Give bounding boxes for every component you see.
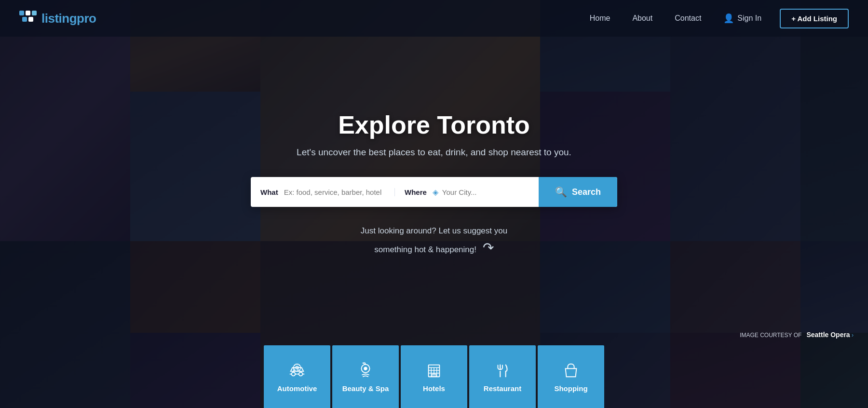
logo-text: listingpro — [41, 11, 96, 26]
where-label: Where — [405, 188, 427, 196]
suggestion-arrow-icon: ↷ — [483, 237, 494, 259]
category-bar: Automotive Beauty & Spa — [264, 345, 604, 408]
search-button[interactable]: 🔍 Search — [539, 177, 617, 207]
search-icon: 🔍 — [555, 186, 567, 198]
add-listing-button[interactable]: + Add Listing — [780, 9, 849, 28]
svg-rect-4 — [28, 17, 33, 22]
svg-point-5 — [292, 372, 296, 376]
nav-home[interactable]: Home — [581, 10, 619, 27]
nav-about[interactable]: About — [624, 10, 661, 27]
hotels-icon — [425, 361, 443, 380]
category-restaurant[interactable]: Restaurant — [469, 345, 536, 408]
hero-title: Explore Toronto — [338, 110, 530, 139]
logo-svg — [19, 11, 37, 26]
restaurant-label: Restaurant — [484, 384, 521, 393]
svg-rect-1 — [26, 11, 30, 15]
sign-in-button[interactable]: 👤 Sign In — [715, 9, 770, 27]
image-courtesy: IMAGE COURTESY OF Seattle Opera › — [740, 331, 854, 339]
svg-point-6 — [299, 372, 303, 376]
logo[interactable]: listingpro — [19, 11, 96, 26]
svg-point-10 — [364, 367, 367, 370]
navbar: listingpro Home About Contact 👤 Sign In … — [0, 0, 868, 37]
restaurant-icon — [493, 361, 512, 380]
search-where-section: Where ◈ — [395, 188, 539, 197]
svg-rect-3 — [22, 17, 27, 22]
shopping-icon — [562, 361, 580, 380]
where-input[interactable] — [442, 188, 529, 196]
suggestion-text: Just looking around? Let us suggest you … — [361, 224, 507, 259]
nav-links: Home About Contact 👤 Sign In + Add Listi… — [581, 9, 849, 28]
beauty-icon — [356, 361, 375, 380]
svg-rect-2 — [32, 11, 37, 15]
search-what-section: What — [251, 188, 395, 196]
automotive-label: Automotive — [277, 384, 317, 393]
logo-icon — [19, 11, 37, 26]
image-courtesy-prefix: IMAGE COURTESY OF — [740, 332, 801, 339]
shopping-label: Shopping — [554, 384, 587, 393]
location-icon: ◈ — [433, 188, 438, 197]
category-hotels[interactable]: Hotels — [401, 345, 467, 408]
category-beauty-spa[interactable]: Beauty & Spa — [332, 345, 399, 408]
automotive-icon — [288, 361, 306, 380]
category-automotive[interactable]: Automotive — [264, 345, 330, 408]
svg-rect-0 — [19, 11, 24, 15]
user-icon: 👤 — [723, 13, 734, 24]
search-bar: What Where ◈ 🔍 Search — [251, 177, 617, 207]
beauty-spa-label: Beauty & Spa — [342, 384, 389, 393]
image-courtesy-brand[interactable]: Seattle Opera — [806, 331, 850, 339]
hotels-label: Hotels — [423, 384, 445, 393]
nav-contact[interactable]: Contact — [666, 10, 710, 27]
hero-section: listingpro Home About Contact 👤 Sign In … — [0, 0, 868, 408]
category-shopping[interactable]: Shopping — [538, 345, 604, 408]
what-input[interactable] — [284, 188, 385, 196]
hero-subtitle: Let's uncover the best places to eat, dr… — [297, 147, 571, 158]
image-courtesy-arrow: › — [852, 332, 854, 339]
what-label: What — [260, 188, 278, 196]
